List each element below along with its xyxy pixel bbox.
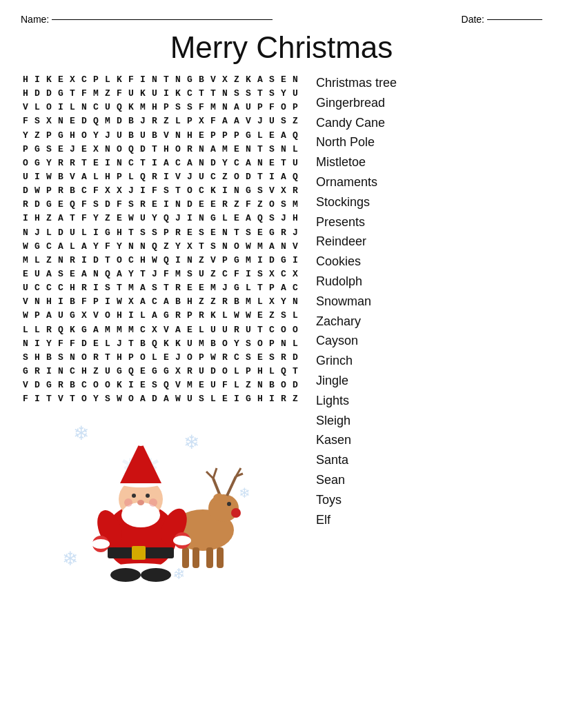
grid-cell: O bbox=[232, 240, 244, 254]
grid-cell: E bbox=[91, 337, 103, 351]
grid-cell: L bbox=[150, 351, 161, 365]
grid-cell: V bbox=[21, 295, 32, 309]
grid-cell: L bbox=[68, 240, 79, 254]
grid-cell: I bbox=[103, 156, 115, 170]
grid-cell: N bbox=[126, 240, 138, 254]
grid-cell: C bbox=[79, 378, 91, 392]
grid-cell: I bbox=[32, 392, 44, 406]
grid-cell: W bbox=[126, 212, 138, 225]
grid-cell: H bbox=[32, 351, 44, 365]
grid-cell: S bbox=[267, 212, 279, 225]
grid-cell: C bbox=[197, 184, 208, 198]
grid-cell: C bbox=[290, 281, 302, 295]
grid-cell: A bbox=[79, 170, 91, 184]
svg-point-9 bbox=[227, 502, 231, 506]
grid-cell: N bbox=[255, 378, 267, 392]
grid-cell: O bbox=[290, 323, 302, 337]
santa-svg bbox=[65, 420, 258, 585]
grid-cell: X bbox=[44, 114, 56, 128]
grid-cell: P bbox=[185, 114, 197, 128]
grid-cell: S bbox=[279, 309, 290, 323]
grid-cell: R bbox=[56, 156, 68, 170]
grid-cell: Y bbox=[279, 295, 290, 309]
grid-cell: D bbox=[103, 198, 115, 212]
grid-cell: U bbox=[197, 267, 208, 281]
grid-row: NIYFFDELJTBQKKUMBOYSOPNL bbox=[21, 337, 302, 351]
name-field: Name: bbox=[21, 14, 273, 25]
grid-cell: W bbox=[150, 254, 161, 267]
svg-point-37 bbox=[141, 568, 171, 582]
grid-cell: U bbox=[185, 337, 197, 351]
grid-cell: M bbox=[244, 295, 255, 309]
grid-cell: H bbox=[68, 281, 79, 295]
grid-cell: B bbox=[126, 114, 138, 128]
word-list-item: Zachary bbox=[316, 312, 433, 332]
grid-cell: K bbox=[68, 323, 79, 337]
grid-row: DWPRBCFXXJIFSTOCKINGSVXR bbox=[21, 184, 302, 198]
grid-cell: L bbox=[126, 170, 138, 184]
grid-cell: T bbox=[161, 73, 173, 87]
grid-cell: O bbox=[79, 351, 91, 365]
grid-cell: Z bbox=[208, 267, 220, 281]
grid-cell: R bbox=[232, 323, 244, 337]
grid-cell: T bbox=[161, 281, 173, 295]
grid-cell: S bbox=[208, 240, 220, 254]
grid-cell: V bbox=[68, 170, 79, 184]
grid-cell: B bbox=[208, 337, 220, 351]
grid-cell: C bbox=[79, 184, 91, 198]
grid-cell: N bbox=[173, 73, 185, 87]
grid-cell: N bbox=[56, 114, 68, 128]
grid-cell: C bbox=[91, 101, 103, 114]
grid-cell: D bbox=[185, 198, 197, 212]
grid-cell: D bbox=[32, 198, 44, 212]
grid-cell: U bbox=[32, 267, 44, 281]
grid-cell: K bbox=[138, 87, 150, 101]
grid-cell: I bbox=[32, 73, 44, 87]
grid-cell: O bbox=[185, 351, 197, 365]
grid-cell: D bbox=[290, 378, 302, 392]
grid-cell: X bbox=[79, 309, 91, 323]
svg-point-8 bbox=[231, 508, 241, 518]
grid-row: VNHIBFPIWXACABHZZRBMLXYN bbox=[21, 295, 302, 309]
grid-cell: A bbox=[150, 309, 161, 323]
grid-cell: G bbox=[56, 87, 68, 101]
grid-cell: Z bbox=[103, 87, 115, 101]
grid-cell: O bbox=[267, 198, 279, 212]
grid-cell: G bbox=[44, 378, 56, 392]
grid-cell: R bbox=[68, 254, 79, 267]
grid-cell: A bbox=[244, 212, 255, 225]
grid-cell: H bbox=[255, 365, 267, 378]
grid-cell: Z bbox=[161, 114, 173, 128]
grid-row: MLZNRIDTOCHWQINZVPGMIDGI bbox=[21, 254, 302, 267]
grid-cell: F bbox=[197, 101, 208, 114]
grid-cell: E bbox=[267, 156, 279, 170]
word-list-item: Cookies bbox=[316, 252, 433, 272]
grid-cell: M bbox=[208, 101, 220, 114]
grid-cell: W bbox=[115, 295, 126, 309]
grid-cell: G bbox=[21, 365, 32, 378]
grid-cell: L bbox=[32, 101, 44, 114]
grid-cell: V bbox=[267, 184, 279, 198]
grid-cell: R bbox=[79, 281, 91, 295]
grid-cell: Z bbox=[290, 114, 302, 128]
grid-cell: N bbox=[91, 267, 103, 281]
grid-cell: S bbox=[91, 198, 103, 212]
grid-cell: D bbox=[208, 365, 220, 378]
grid-cell: C bbox=[208, 170, 220, 184]
grid-cell: H bbox=[21, 87, 32, 101]
grid-cell: W bbox=[115, 392, 126, 406]
grid-cell: N bbox=[220, 101, 232, 114]
grid-cell: K bbox=[173, 87, 185, 101]
grid-cell: S bbox=[150, 378, 161, 392]
grid-cell: L bbox=[290, 143, 302, 156]
grid-cell: H bbox=[103, 170, 115, 184]
grid-cell: X bbox=[267, 267, 279, 281]
grid-cell: C bbox=[150, 295, 161, 309]
grid-cell: N bbox=[103, 143, 115, 156]
grid-cell: A bbox=[279, 170, 290, 184]
grid-cell: B bbox=[197, 73, 208, 87]
grid-cell: X bbox=[267, 295, 279, 309]
grid-cell: S bbox=[197, 392, 208, 406]
grid-cell: K bbox=[161, 337, 173, 351]
word-list-item: Elf bbox=[316, 510, 433, 530]
